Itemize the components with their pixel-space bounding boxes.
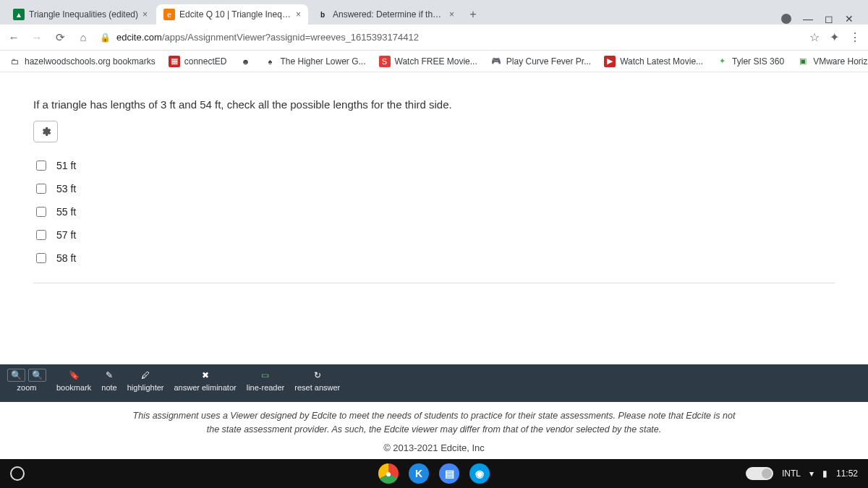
reset-icon: ↻ — [314, 370, 321, 380]
minimize-icon[interactable]: — — [803, 13, 813, 25]
gear-icon — [40, 126, 51, 137]
docs-app-icon[interactable]: ▤ — [439, 463, 459, 484]
note-icon: ✎ — [106, 370, 113, 380]
camera-app-icon[interactable]: ◉ — [469, 463, 490, 484]
option-checkbox[interactable] — [36, 184, 46, 194]
line-reader-icon: ▭ — [261, 370, 269, 380]
bookmark-item[interactable]: ♠The Higher Lower G... — [264, 56, 365, 67]
zoom-in-icon[interactable]: 🔍 — [7, 369, 25, 382]
new-tab-button[interactable]: + — [463, 4, 483, 25]
browser-tab-strip: ▲ Triangle Inequalities (edited) × e Edc… — [0, 0, 868, 25]
home-icon[interactable]: ⌂ — [77, 31, 90, 44]
forward-icon[interactable]: → — [30, 31, 43, 44]
maximize-icon[interactable]: ◻ — [825, 13, 833, 25]
chrome-app-icon[interactable]: ● — [378, 463, 399, 484]
address-bar: ← → ⟳ ⌂ 🔒 edcite.com/apps/AssignmentView… — [0, 25, 868, 51]
zoom-out-icon[interactable]: 🔍 — [28, 369, 46, 382]
bookmark-favicon-icon: ✦ — [716, 56, 728, 67]
menu-icon[interactable]: ⋮ — [849, 30, 861, 44]
bookmark-item[interactable]: ☻ — [239, 56, 251, 67]
option-checkbox[interactable] — [36, 160, 46, 171]
bookmark-favicon-icon: S — [379, 56, 391, 67]
bookmark-tool[interactable]: 🔖 bookmark — [56, 369, 91, 392]
highlighter-icon: 🖊 — [141, 370, 150, 380]
answer-option[interactable]: 57 ft — [33, 223, 835, 247]
footer: This assignment uses a Viewer designed b… — [0, 402, 868, 459]
bookmark-favicon-icon: ▶ — [604, 56, 616, 67]
battery-icon[interactable]: ▮ — [822, 468, 827, 479]
note-tool[interactable]: ✎ note — [101, 369, 116, 392]
browser-tab[interactable]: b Answered: Determine if the side × — [310, 4, 461, 25]
option-label: 58 ft — [56, 252, 76, 264]
extensions-icon[interactable]: ✦ — [830, 30, 839, 44]
url-path: /apps/AssignmentViewer?assignid=wreeves_… — [162, 32, 419, 43]
browser-tab[interactable]: ▲ Triangle Inequalities (edited) × — [6, 4, 155, 25]
bookmark-item[interactable]: SWatch FREE Movie... — [379, 56, 477, 67]
option-label: 51 ft — [56, 160, 76, 171]
bookmark-item[interactable]: ▣VMware Horizon — [797, 56, 868, 67]
bookmark-favicon-icon: ▣ — [797, 56, 809, 67]
settings-button[interactable] — [33, 121, 58, 142]
highlighter-tool[interactable]: 🖊 highlighter — [127, 369, 164, 392]
launcher-button[interactable] — [10, 466, 25, 481]
account-icon[interactable] — [781, 14, 791, 24]
footer-note: This assignment uses a Viewer designed b… — [58, 409, 810, 437]
browser-tab-active[interactable]: e Edcite Q 10 | Triangle Inequalitie × — [156, 4, 308, 25]
bookmark-item[interactable]: 🗀hazelwoodschools.org bookmarks — [9, 56, 156, 67]
reload-icon[interactable]: ⟳ — [54, 31, 67, 44]
favicon-icon: e — [163, 9, 175, 20]
option-checkbox[interactable] — [36, 230, 46, 240]
option-checkbox[interactable] — [36, 207, 46, 217]
close-window-icon[interactable]: ✕ — [845, 13, 854, 25]
bookmark-favicon-icon: ♠ — [264, 56, 276, 67]
wifi-icon[interactable]: ▾ — [809, 468, 814, 479]
kami-app-icon[interactable]: K — [409, 463, 429, 484]
bookmark-favicon-icon: ☻ — [239, 56, 251, 67]
answer-option[interactable]: 55 ft — [33, 200, 835, 223]
tab-title: Answered: Determine if the side — [333, 9, 445, 20]
favicon-icon: ▲ — [13, 9, 25, 20]
answer-option[interactable]: 53 ft — [33, 177, 835, 200]
answer-eliminator-tool[interactable]: ✖ answer eliminator — [174, 369, 236, 392]
option-label: 55 ft — [56, 206, 76, 218]
option-checkbox[interactable] — [36, 253, 46, 263]
clock[interactable]: 11:52 — [836, 468, 858, 479]
status-pill[interactable] — [746, 467, 773, 480]
os-taskbar: ● K ▤ ◉ INTL ▾ ▮ 11:52 — [0, 459, 868, 488]
line-reader-tool[interactable]: ▭ line-reader — [247, 369, 285, 392]
answer-option[interactable]: 51 ft — [33, 154, 835, 177]
close-icon[interactable]: × — [142, 9, 148, 20]
url-input[interactable]: 🔒 edcite.com/apps/AssignmentViewer?assig… — [100, 32, 799, 43]
tab-title: Edcite Q 10 | Triangle Inequalitie — [179, 9, 292, 20]
footer-copyright: © 2013-2021 Edcite, Inc — [58, 441, 810, 455]
options-list: 51 ft 53 ft 55 ft 57 ft 58 ft — [33, 154, 835, 283]
reset-answer-tool[interactable]: ↻ reset answer — [294, 369, 340, 392]
bookmark-item[interactable]: ▦connectED — [169, 56, 227, 67]
close-icon[interactable]: × — [296, 9, 301, 20]
url-host: edcite.com — [116, 32, 162, 43]
zoom-tool[interactable]: 🔍🔍 zoom — [7, 369, 46, 392]
question-text: If a triangle has lengths of 3 ft and 54… — [33, 98, 835, 111]
bookmark-favicon-icon: ▦ — [169, 56, 180, 67]
answer-option[interactable]: 58 ft — [33, 247, 835, 270]
back-icon[interactable]: ← — [7, 31, 20, 44]
close-icon[interactable]: × — [449, 9, 454, 20]
option-label: 57 ft — [56, 229, 76, 241]
lock-icon: 🔒 — [100, 33, 111, 43]
star-icon[interactable]: ☆ — [809, 30, 820, 44]
launcher-icon — [10, 466, 25, 481]
keyboard-indicator[interactable]: INTL — [782, 468, 801, 479]
bookmark-item[interactable]: ✦Tyler SIS 360 — [716, 56, 784, 67]
option-label: 53 ft — [56, 183, 76, 194]
edcite-toolbar: 🔍🔍 zoom 🔖 bookmark ✎ note 🖊 highlighter … — [0, 364, 868, 402]
tab-title: Triangle Inequalities (edited) — [29, 9, 138, 20]
bookmark-item[interactable]: 🎮Play Curve Fever Pr... — [490, 56, 591, 67]
bookmarks-bar: 🗀hazelwoodschools.org bookmarks ▦connect… — [0, 51, 868, 72]
bookmark-item[interactable]: ▶Watch Latest Movie... — [604, 56, 703, 67]
bookmark-favicon-icon: 🎮 — [490, 56, 502, 67]
favicon-icon: b — [317, 9, 328, 20]
folder-icon: 🗀 — [9, 56, 20, 67]
eliminate-icon: ✖ — [202, 370, 209, 380]
bookmark-icon: 🔖 — [69, 370, 80, 380]
page-content: If a triangle has lengths of 3 ft and 54… — [0, 72, 868, 459]
